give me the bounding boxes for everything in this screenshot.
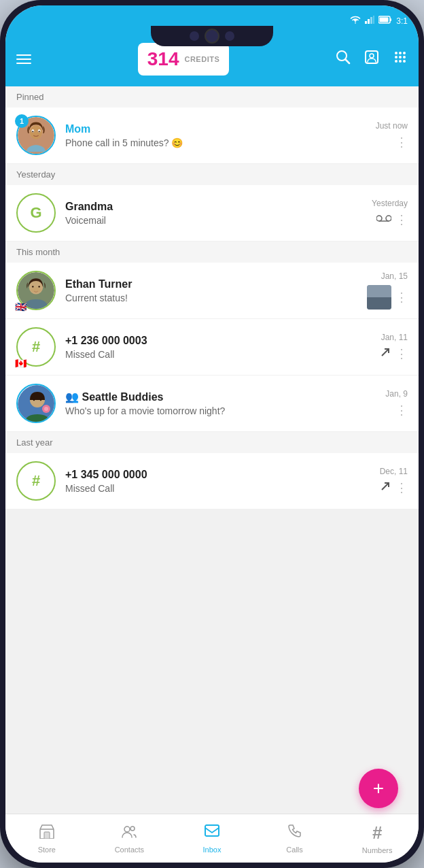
svg-point-22: [30, 125, 43, 139]
more-options-number1[interactable]: ⋮: [395, 346, 408, 361]
conv-preview-grandma: Voicemail: [65, 215, 365, 226]
svg-rect-5: [390, 18, 391, 21]
svg-point-27: [376, 216, 382, 221]
credits-number: 314: [147, 48, 179, 70]
conv-name-seattle: 👥 Seattle Buddies: [65, 390, 378, 403]
conversation-ethan[interactable]: 🇬🇧 Ethan Turner Current status! Jan, 15 …: [5, 263, 419, 319]
calls-icon: [287, 824, 302, 843]
svg-rect-3: [373, 16, 374, 24]
svg-rect-6: [380, 18, 389, 22]
conv-body-number2: +1 345 000 0000 Missed Call: [65, 469, 372, 494]
nav-numbers[interactable]: # Numbers: [336, 817, 419, 860]
avatar-number2: #: [16, 461, 56, 501]
svg-line-8: [346, 60, 350, 64]
status-icons: 3:1: [350, 16, 408, 26]
conv-actions-grandma: ⋮: [376, 212, 408, 227]
more-options-number2[interactable]: ⋮: [395, 480, 408, 495]
svg-point-12: [399, 52, 402, 54]
missed-call-icon-2: [379, 480, 391, 495]
more-options-grandma[interactable]: ⋮: [395, 212, 408, 227]
nav-calls[interactable]: Calls: [253, 818, 336, 859]
more-options-ethan[interactable]: ⋮: [395, 290, 408, 305]
conversation-mom[interactable]: 1 Mom Phone call in 5 minutes? 😊 Just no…: [5, 107, 419, 164]
nav-contacts[interactable]: Contacts: [88, 818, 171, 859]
unread-badge-mom: 1: [15, 114, 29, 128]
section-pinned: Pinned: [5, 86, 419, 107]
bottom-navigation: Store Contacts Inbox: [5, 814, 419, 863]
conv-name-ethan: Ethan Turner: [65, 278, 360, 290]
conv-preview-number2: Missed Call: [65, 483, 372, 494]
conv-body-mom: Mom Phone call in 5 minutes? 😊: [65, 123, 369, 148]
conv-time-mom: Just now: [376, 121, 408, 131]
svg-point-33: [38, 286, 39, 287]
avatar-grandma: G: [16, 193, 56, 233]
conversation-grandma[interactable]: G Grandma Voicemail Yesterday ⋮: [5, 185, 419, 241]
store-icon: [39, 824, 55, 843]
svg-rect-2: [370, 17, 372, 24]
thumbnail-ethan: [367, 285, 391, 310]
credits-label: CREDITS: [184, 55, 219, 63]
conv-time-number1: Jan, 11: [381, 333, 408, 342]
conv-meta-number1: Jan, 11 ⋮: [379, 333, 408, 361]
conversation-seattle[interactable]: 👥 Seattle Buddies Who's up for a movie t…: [5, 375, 419, 432]
svg-point-10: [370, 54, 374, 58]
conversation-number1[interactable]: # 🇨🇦 +1 236 000 0003 Missed Call Jan, 11: [5, 319, 419, 375]
conv-preview-number1: Missed Call: [65, 349, 372, 360]
contact-icon[interactable]: [364, 50, 379, 69]
conv-actions-number1: ⋮: [379, 346, 408, 361]
group-icon-seattle: 👥: [65, 391, 82, 403]
compose-fab[interactable]: +: [359, 769, 398, 808]
dialpad-icon[interactable]: [393, 50, 408, 69]
flag-number1: 🇨🇦: [15, 358, 30, 368]
avatar-seattle-image: [16, 384, 56, 423]
svg-rect-1: [368, 19, 370, 24]
speaker: [190, 31, 199, 41]
contacts-icon: [121, 824, 137, 843]
nav-inbox-label: Inbox: [203, 846, 222, 854]
svg-point-16: [403, 56, 406, 59]
conv-preview-seattle: Who's up for a movie tomorrow night?: [65, 405, 378, 416]
nav-inbox[interactable]: Inbox: [171, 818, 253, 859]
svg-line-44: [382, 483, 389, 490]
avatar-number2-initial: #: [16, 461, 56, 501]
svg-point-26: [39, 131, 40, 132]
conv-name-number2: +1 345 000 0000: [65, 469, 372, 481]
svg-point-47: [124, 827, 130, 832]
svg-rect-49: [205, 825, 219, 836]
wifi-icon: [350, 16, 361, 26]
conv-name-number1: +1 236 000 0003: [65, 335, 372, 347]
svg-point-13: [403, 52, 406, 54]
conversation-number2[interactable]: # +1 345 000 0000 Missed Call Dec, 11 ⋮: [5, 453, 419, 510]
conv-meta-grandma: Yesterday ⋮: [372, 199, 408, 227]
section-yesterday: Yesterday: [5, 164, 419, 185]
conv-name-grandma: Grandma: [65, 201, 365, 213]
avatar-grandma-initial: G: [16, 193, 56, 233]
nav-store[interactable]: Store: [5, 818, 88, 859]
svg-point-18: [399, 60, 402, 63]
svg-point-28: [386, 216, 391, 221]
conv-meta-ethan: Jan, 15 ⋮: [367, 271, 408, 310]
search-icon[interactable]: [336, 50, 351, 69]
conv-body-seattle: 👥 Seattle Buddies Who's up for a movie t…: [65, 390, 378, 416]
svg-point-15: [399, 56, 402, 59]
nav-contacts-label: Contacts: [115, 846, 144, 854]
svg-rect-46: [44, 832, 50, 839]
app-content: 3:1 314 CREDITS: [5, 5, 419, 863]
svg-line-37: [382, 349, 389, 356]
menu-button[interactable]: [16, 52, 31, 67]
more-options-seattle[interactable]: ⋮: [395, 403, 408, 418]
svg-point-14: [395, 56, 398, 59]
credits-badge[interactable]: 314 CREDITS: [138, 43, 230, 76]
more-options-mom[interactable]: ⋮: [395, 135, 408, 150]
svg-rect-0: [365, 21, 367, 24]
inbox-icon: [204, 824, 220, 843]
conv-time-seattle: Jan, 9: [385, 389, 408, 399]
conv-body-grandma: Grandma Voicemail: [65, 201, 365, 226]
svg-point-43: [44, 407, 48, 411]
avatar-seattle: [16, 384, 56, 423]
avatar-ethan: 🇬🇧: [16, 271, 56, 310]
conv-time-ethan: Jan, 15: [381, 271, 408, 281]
phone-screen: 3:1 314 CREDITS: [5, 5, 419, 863]
nav-numbers-label: Numbers: [362, 846, 393, 854]
sensor: [225, 31, 234, 41]
